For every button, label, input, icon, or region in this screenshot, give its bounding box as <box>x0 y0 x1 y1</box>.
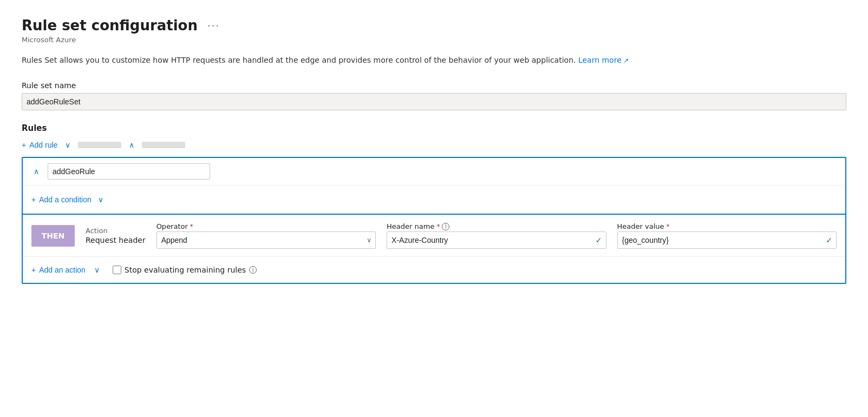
rules-section-title: Rules <box>22 123 846 133</box>
page-title-row: Rule set configuration ··· <box>22 17 846 34</box>
header-name-label-text: Header name <box>387 222 434 230</box>
action-row: THEN Action Request header Operator * Ap… <box>31 222 837 249</box>
then-badge: THEN <box>31 225 75 247</box>
header-value-label-text: Header value <box>617 222 664 230</box>
add-rule-label: Add rule <box>29 141 57 149</box>
header-value-input[interactable] <box>617 231 837 249</box>
add-condition-chevron-button[interactable]: ∨ <box>95 193 107 206</box>
page-subtitle: Microsoft Azure <box>22 36 846 44</box>
rule-container: ∧ + Add a condition ∨ THEN Action Reques… <box>22 157 846 284</box>
rules-toolbar: + Add rule ∨ ∧ <box>22 138 846 151</box>
disabled-button-2 <box>142 142 185 148</box>
chevron-up-button[interactable]: ∧ <box>126 138 138 151</box>
rule-set-name-input[interactable] <box>22 93 846 110</box>
rule-set-name-label: Rule set name <box>22 81 846 90</box>
stop-eval-text: Stop evaluating remaining rules <box>125 266 246 274</box>
stop-eval-label[interactable]: Stop evaluating remaining rules i <box>108 266 257 274</box>
header-value-label: Header value * <box>617 222 837 230</box>
add-rule-button[interactable]: + Add rule <box>22 138 57 151</box>
header-name-field-group: Header name * i ✓ <box>387 222 606 249</box>
stop-eval-info-icon[interactable]: i <box>249 266 257 274</box>
add-condition-button[interactable]: + Add a condition <box>31 193 92 206</box>
operator-select[interactable]: Append Delete Overwrite <box>156 231 376 249</box>
action-label: Action <box>86 227 146 235</box>
stop-eval-checkbox[interactable] <box>113 266 121 274</box>
chevron-up-icon: ∧ <box>34 167 39 176</box>
operator-label: Operator * <box>156 222 376 230</box>
chevron-down-icon: ∨ <box>94 266 100 274</box>
action-type-block: Action Request header <box>86 227 146 244</box>
header-name-label: Header name * i <box>387 222 606 230</box>
action-section: THEN Action Request header Operator * Ap… <box>23 215 845 257</box>
condition-row: + Add a condition ∨ <box>23 186 845 215</box>
operator-label-text: Operator <box>156 222 188 230</box>
add-action-chevron-button[interactable]: ∨ <box>91 263 103 276</box>
header-name-input[interactable] <box>387 231 606 249</box>
rule-name-input[interactable] <box>48 163 210 180</box>
operator-field-group: Operator * Append Delete Overwrite ∨ <box>156 222 376 249</box>
operator-required-star: * <box>190 223 193 230</box>
chevron-up-icon: ∧ <box>129 141 134 149</box>
rule-set-name-field: Rule set name <box>22 81 846 123</box>
chevron-down-icon: ∨ <box>98 195 103 204</box>
page-title: Rule set configuration <box>22 17 198 34</box>
rule-header: ∧ <box>23 158 845 186</box>
plus-icon: + <box>22 141 26 149</box>
bottom-action-row: + Add an action ∨ Stop evaluating remain… <box>23 257 845 283</box>
rule-collapse-button[interactable]: ∧ <box>30 165 42 178</box>
learn-more-link[interactable]: Learn more <box>578 56 629 64</box>
action-value: Request header <box>86 236 146 244</box>
plus-icon: + <box>31 195 36 204</box>
add-action-label: Add an action <box>39 266 86 274</box>
header-name-required-star: * <box>436 223 440 230</box>
chevron-down-button[interactable]: ∨ <box>62 138 74 151</box>
add-condition-label: Add a condition <box>39 195 92 204</box>
header-value-field-group: Header value * ✓ <box>617 222 837 249</box>
header-name-validated-input: ✓ <box>387 231 606 249</box>
disabled-button-1 <box>78 142 121 148</box>
plus-icon: + <box>31 266 36 274</box>
header-value-validated-input: ✓ <box>617 231 837 249</box>
operator-select-wrapper[interactable]: Append Delete Overwrite ∨ <box>156 231 376 249</box>
chevron-down-icon: ∨ <box>65 141 70 149</box>
header-value-required-star: * <box>667 223 670 230</box>
ellipsis-menu-icon[interactable]: ··· <box>204 19 223 32</box>
add-action-button[interactable]: + Add an action <box>31 263 86 276</box>
description-row: Rules Set allows you to customize how HT… <box>22 55 846 66</box>
description-text: Rules Set allows you to customize how HT… <box>22 56 576 64</box>
header-name-info-icon[interactable]: i <box>442 223 449 230</box>
